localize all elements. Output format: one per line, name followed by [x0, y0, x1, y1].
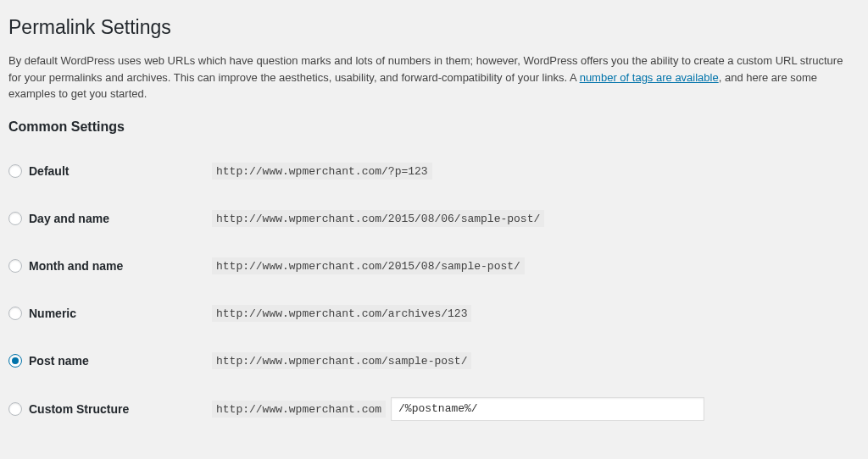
option-label: Post name	[29, 354, 89, 368]
common-settings-heading: Common Settings	[8, 119, 860, 135]
custom-url-prefix: http://www.wpmerchant.com	[212, 401, 386, 418]
page-title: Permalink Settings	[8, 8, 860, 42]
option-label: Default	[29, 164, 69, 178]
page-description: By default WordPress uses web URLs which…	[8, 53, 856, 102]
radio-day-name[interactable]	[8, 212, 22, 225]
radio-default[interactable]	[8, 164, 22, 178]
url-example-post-name: http://www.wpmerchant.com/sample-post/	[212, 352, 471, 369]
option-row-default: Default http://www.wpmerchant.com/?p=123	[8, 147, 860, 195]
radio-numeric[interactable]	[8, 307, 22, 320]
radio-label-post-name[interactable]: Post name	[8, 354, 195, 368]
option-label: Custom Structure	[29, 402, 129, 416]
radio-post-name[interactable]	[8, 354, 22, 368]
option-row-numeric: Numeric http://www.wpmerchant.com/archiv…	[8, 290, 860, 337]
option-label: Day and name	[29, 212, 109, 225]
option-row-post-name: Post name http://www.wpmerchant.com/samp…	[8, 337, 860, 384]
option-label: Month and name	[29, 259, 123, 273]
radio-label-month-name[interactable]: Month and name	[8, 259, 195, 273]
option-row-month-name: Month and name http://www.wpmerchant.com…	[8, 242, 860, 290]
radio-label-default[interactable]: Default	[8, 164, 195, 178]
url-example-default: http://www.wpmerchant.com/?p=123	[212, 163, 432, 180]
url-example-numeric: http://www.wpmerchant.com/archives/123	[212, 305, 471, 322]
url-example-day-name: http://www.wpmerchant.com/2015/08/06/sam…	[212, 210, 544, 227]
radio-custom[interactable]	[8, 402, 22, 416]
option-label: Numeric	[29, 307, 76, 320]
radio-label-day-name[interactable]: Day and name	[8, 212, 195, 225]
permalink-options-table: Default http://www.wpmerchant.com/?p=123…	[8, 147, 860, 434]
radio-label-numeric[interactable]: Numeric	[8, 307, 195, 320]
radio-month-name[interactable]	[8, 259, 22, 273]
option-row-day-name: Day and name http://www.wpmerchant.com/2…	[8, 195, 860, 242]
radio-label-custom[interactable]: Custom Structure	[8, 402, 195, 416]
url-example-month-name: http://www.wpmerchant.com/2015/08/sample…	[212, 257, 525, 274]
custom-structure-wrap: http://www.wpmerchant.com	[212, 397, 851, 421]
option-row-custom: Custom Structure http://www.wpmerchant.c…	[8, 384, 860, 434]
custom-structure-input[interactable]	[391, 397, 704, 421]
tags-available-link[interactable]: number of tags are available	[580, 71, 719, 84]
